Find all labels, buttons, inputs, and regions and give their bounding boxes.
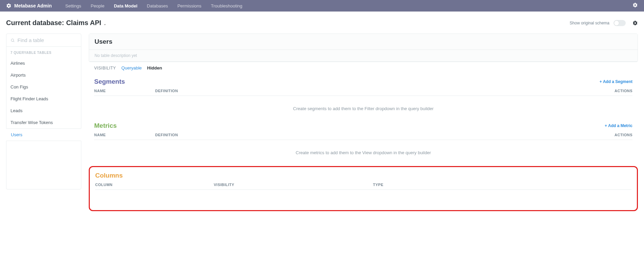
columns-title: Columns: [95, 172, 123, 179]
table-item-leads[interactable]: Leads: [6, 105, 81, 117]
tables-sidebar: 7 QUERYABLE TABLES Airlines Airports Con…: [6, 34, 81, 189]
table-item-transfer-wise-tokens[interactable]: Transfer Wise Tokens: [6, 117, 81, 128]
segments-title: Segments: [94, 78, 125, 85]
metrics-title: Metrics: [94, 122, 117, 129]
table-item-airports[interactable]: Airports: [6, 69, 81, 81]
nav-troubleshooting[interactable]: Troubleshooting: [211, 3, 243, 8]
nav-permissions[interactable]: Permissions: [178, 3, 202, 8]
segments-col-actions: ACTIONS: [605, 89, 632, 93]
visibility-row: VISIBILITY Queryable Hidden: [89, 62, 638, 70]
db-name: Claims API: [66, 19, 101, 27]
table-description-placeholder[interactable]: No table description yet: [89, 50, 638, 62]
subheader: Current database: Claims API ⌄ Show orig…: [0, 12, 644, 29]
add-segment-link[interactable]: + Add a Segment: [600, 79, 632, 84]
tables-caption: 7 QUERYABLE TABLES: [6, 47, 81, 57]
brand-text: Metabase Admin: [14, 3, 52, 8]
nav-databases[interactable]: Databases: [147, 3, 168, 8]
columns-col-column: COLUMN: [95, 183, 214, 187]
database-settings-gear-icon[interactable]: [632, 20, 638, 26]
table-item-flight-finder-leads[interactable]: Flight Finder Leads: [6, 93, 81, 105]
admin-topnav: Metabase Admin Settings People Data Mode…: [0, 0, 644, 12]
table-panel: Users No table description yet: [89, 34, 638, 62]
columns-col-visibility: VISIBILITY: [214, 183, 373, 187]
segments-col-name: NAME: [94, 89, 155, 93]
segments-section: Segments + Add a Segment NAME DEFINITION…: [89, 70, 638, 115]
table-item-users[interactable]: Users: [6, 128, 81, 141]
metrics-col-actions: ACTIONS: [605, 133, 632, 137]
metrics-empty-hint: Create metrics to add them to the View d…: [94, 140, 632, 159]
nav-links: Settings People Data Model Databases Per…: [65, 3, 252, 8]
svg-point-0: [11, 39, 14, 41]
segments-col-definition: DEFINITION: [155, 89, 605, 93]
main: Users No table description yet VISIBILIT…: [89, 34, 638, 211]
add-metric-link[interactable]: + Add a Metric: [605, 123, 632, 128]
metrics-section: Metrics + Add a Metric NAME DEFINITION A…: [89, 115, 638, 159]
brand[interactable]: Metabase Admin: [6, 3, 52, 8]
db-label-prefix: Current database:: [6, 19, 64, 27]
table-item-airlines[interactable]: Airlines: [6, 57, 81, 69]
metrics-columns: NAME DEFINITION ACTIONS: [94, 129, 632, 140]
topnav-left: Metabase Admin Settings People Data Mode…: [6, 3, 252, 8]
table-search-input[interactable]: [18, 37, 77, 43]
metrics-col-name: NAME: [94, 133, 155, 137]
columns-col-type: TYPE: [373, 183, 631, 187]
svg-line-1: [14, 41, 14, 42]
topnav-right: [632, 2, 638, 9]
subheader-right: Show original schema: [570, 20, 638, 26]
visibility-hidden[interactable]: Hidden: [147, 65, 162, 70]
gear-icon: [6, 3, 12, 8]
segments-columns: NAME DEFINITION ACTIONS: [94, 85, 632, 96]
search-icon: [11, 38, 15, 43]
chevron-down-icon: ⌄: [103, 22, 106, 26]
show-original-schema-toggle[interactable]: [614, 20, 626, 26]
table-search[interactable]: [6, 34, 81, 47]
table-title[interactable]: Users: [89, 34, 638, 50]
database-selector[interactable]: Current database: Claims API ⌄: [6, 19, 106, 27]
columns-headers: COLUMN VISIBILITY TYPE: [95, 179, 631, 190]
nav-settings[interactable]: Settings: [65, 3, 81, 8]
body: 7 QUERYABLE TABLES Airlines Airports Con…: [0, 29, 644, 221]
table-item-con-figs[interactable]: Con Figs: [6, 81, 81, 93]
columns-section-highlight: Columns COLUMN VISIBILITY TYPE: [89, 166, 638, 211]
settings-gear-icon[interactable]: [632, 2, 638, 8]
visibility-label: VISIBILITY: [94, 66, 116, 70]
metrics-col-definition: DEFINITION: [155, 133, 605, 137]
visibility-queryable[interactable]: Queryable: [121, 65, 142, 70]
nav-people[interactable]: People: [91, 3, 104, 8]
segments-empty-hint: Create segments to add them to the Filte…: [94, 96, 632, 115]
show-original-schema-label: Show original schema: [570, 21, 609, 25]
nav-data-model[interactable]: Data Model: [114, 3, 137, 8]
